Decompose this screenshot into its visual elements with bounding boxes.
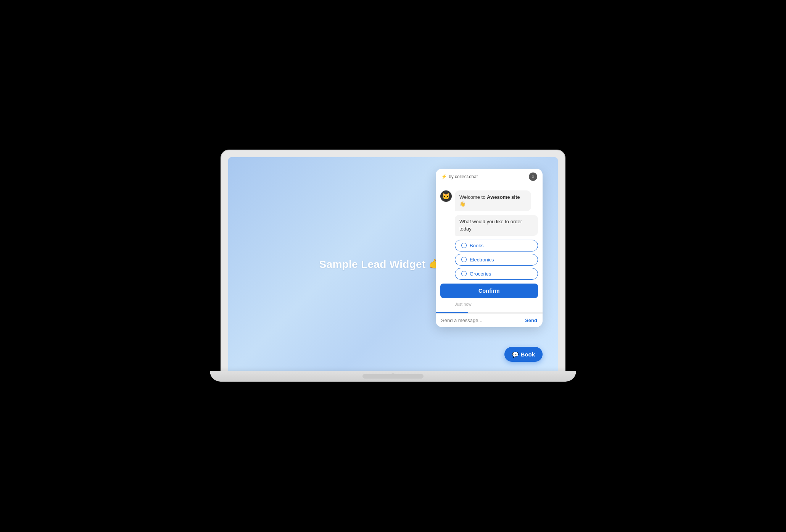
laptop-notch <box>390 373 396 379</box>
chat-header: ⚡ by collect.chat × <box>436 169 543 185</box>
confirm-area: Confirm <box>440 284 538 298</box>
option-electronics-label: Electronics <box>470 257 494 263</box>
brand-label: by collect.chat <box>449 174 478 179</box>
option-books[interactable]: Books <box>455 240 538 251</box>
confirm-button[interactable]: Confirm <box>440 284 538 298</box>
bot-avatar: 🐱 <box>440 190 452 202</box>
send-label: Send <box>525 318 537 323</box>
book-button[interactable]: 💬 Book <box>504 347 543 362</box>
brand-lightning-icon: ⚡ <box>441 174 447 179</box>
message-row-welcome: 🐱 Welcome to Awesome site 👋 <box>440 190 538 211</box>
timestamp: Just now <box>455 302 538 306</box>
chat-progress-bar <box>436 312 468 313</box>
option-radio-books <box>461 243 467 248</box>
chat-messages: 🐱 Welcome to Awesome site 👋 What would y… <box>436 185 543 312</box>
option-radio-electronics <box>461 257 467 262</box>
order-question-text: What would you like to order today <box>459 219 522 231</box>
book-emoji-icon: 💬 <box>512 351 519 358</box>
message-input[interactable] <box>441 318 525 323</box>
chat-input-area: Send <box>436 313 543 327</box>
hero-label: Sample Lead Widget <box>319 258 426 270</box>
site-name: Awesome site <box>487 194 520 200</box>
book-label: Book <box>521 351 535 358</box>
option-groceries[interactable]: Groceries <box>455 268 538 280</box>
welcome-message-bubble: Welcome to Awesome site 👋 <box>455 190 531 211</box>
option-books-label: Books <box>470 243 483 248</box>
laptop-screen-outer: Sample Lead Widget 👉 ⚡ by collect.chat × <box>221 150 565 371</box>
close-icon: × <box>532 174 534 179</box>
chat-widget: ⚡ by collect.chat × 🐱 Welcome to Awesome… <box>436 169 543 327</box>
option-groceries-label: Groceries <box>470 271 491 277</box>
send-button[interactable]: Send <box>525 318 537 323</box>
option-radio-groceries <box>461 271 467 276</box>
option-electronics[interactable]: Electronics <box>455 254 538 266</box>
confirm-label: Confirm <box>478 288 500 294</box>
order-question-message: What would you like to order today <box>455 215 538 235</box>
chat-close-button[interactable]: × <box>529 172 537 181</box>
options-container: Books Electronics Groceries <box>455 240 538 280</box>
laptop-screen: Sample Lead Widget 👉 ⚡ by collect.chat × <box>228 157 558 371</box>
chat-progress <box>436 312 543 313</box>
laptop-base <box>210 371 576 382</box>
chat-brand: ⚡ by collect.chat <box>441 174 478 179</box>
laptop-wrapper: Sample Lead Widget 👉 ⚡ by collect.chat × <box>221 150 565 382</box>
hero-text: Sample Lead Widget 👉 <box>319 258 442 271</box>
